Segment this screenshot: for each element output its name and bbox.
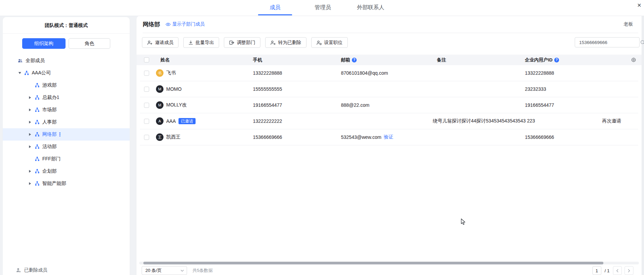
caret-right-icon[interactable] <box>29 108 32 111</box>
email-header-label: 邮箱 <box>341 57 350 63</box>
org-chart-icon <box>24 71 29 75</box>
tree-item[interactable]: 活动部 <box>3 141 130 153</box>
org-chart-icon <box>35 95 40 100</box>
tree-item[interactable]: 市场部 <box>3 104 130 116</box>
row-checkbox-cell <box>144 97 149 113</box>
tree-item-label: 企划部 <box>42 168 57 174</box>
page-number-box[interactable]: 1 <box>592 266 601 275</box>
member-name: 飞书 <box>166 70 176 76</box>
email-text: 8706101804@qq.com <box>341 70 388 76</box>
close-icon[interactable]: × <box>637 1 641 10</box>
sidebar-item-all-members[interactable]: 全部成员 <box>3 55 130 67</box>
move-to-deleted-button[interactable]: 转为已删除 <box>265 37 306 48</box>
search-input[interactable] <box>578 40 640 45</box>
email-cell: 888@22.com <box>341 97 369 113</box>
batch-export-button[interactable]: 批量导出 <box>183 37 219 48</box>
chevron-down-icon <box>181 270 184 272</box>
caret-right-icon[interactable] <box>29 96 32 99</box>
caret-right-icon[interactable] <box>29 170 32 173</box>
tree-item[interactable]: 游戏部 <box>3 79 130 91</box>
sidebar-item-deleted-members[interactable]: 已删除成员 <box>16 267 47 273</box>
department-tree: 全部成员 AAA公司游戏部总裁办1市场部人事部网络部⋮活动部FFF部门企划部智能… <box>3 55 130 190</box>
more-icon[interactable]: ⋮ <box>57 131 62 138</box>
row-checkbox[interactable] <box>144 103 149 108</box>
tree-item[interactable]: 人事部 <box>3 116 130 128</box>
row-checkbox-cell <box>144 81 149 97</box>
avatar: 书 <box>156 69 163 77</box>
column-settings-icon[interactable] <box>631 57 636 62</box>
set-position-button[interactable]: 设置职位 <box>311 37 348 48</box>
name-cell: 书飞书 <box>156 65 176 81</box>
tab-members-label: 成员 <box>270 4 281 11</box>
name-cell: AAAA已邀请 <box>156 113 196 129</box>
page-size-select[interactable]: 20 条/页 <box>142 266 187 275</box>
uid-cell: 23232333 <box>525 81 546 97</box>
tree-item[interactable]: 总裁办1 <box>3 91 130 104</box>
row-checkbox[interactable] <box>144 71 149 76</box>
phone-cell: 15555555555 <box>253 81 282 97</box>
page-scrollbar[interactable] <box>642 16 644 275</box>
tree-item[interactable]: 网络部⋮ <box>3 128 130 141</box>
org-chart-icon <box>35 107 40 112</box>
tree-item[interactable]: FFF部门 <box>3 153 130 165</box>
deleted-person-icon <box>16 268 21 273</box>
select-all-checkbox[interactable] <box>144 57 149 62</box>
tree-item[interactable]: AAA公司 <box>3 67 130 79</box>
tab-external-contacts[interactable]: 外部联系人 <box>354 0 388 15</box>
set-position-label: 设置职位 <box>324 40 343 46</box>
search-icon[interactable] <box>640 40 644 45</box>
box-arrow-icon <box>229 40 234 45</box>
row-checkbox-cell <box>144 129 149 145</box>
row-checkbox[interactable] <box>144 87 149 92</box>
help-icon[interactable]: ? <box>352 58 357 62</box>
column-header-email: 邮箱 ? <box>341 55 357 65</box>
caret-down-icon[interactable] <box>18 72 22 74</box>
tree-item-label: FFF部门 <box>42 156 61 162</box>
org-structure-label: 组织架构 <box>34 41 54 47</box>
phone-cell: 19166554477 <box>253 97 282 113</box>
roles-button[interactable]: 角色 <box>69 38 110 49</box>
horizontal-scrollbar-track <box>139 262 639 264</box>
org-chart-icon <box>35 132 40 137</box>
sidebar: 团队模式：普通模式 组织架构 角色 全部成员 AAA公司游戏部总裁办1市场部人事… <box>3 17 130 275</box>
avatar: M <box>156 85 163 93</box>
segmented-control: 组织架构 角色 <box>22 38 110 49</box>
tree-item[interactable]: 企划部 <box>3 165 130 177</box>
column-header-name: 姓名 <box>160 55 170 65</box>
next-page-button[interactable] <box>625 266 633 275</box>
show-subdepartment-members-toggle[interactable]: 显示子部门成员 <box>166 21 205 27</box>
previous-page-button[interactable] <box>613 266 622 275</box>
person-plus-icon <box>147 40 153 45</box>
download-icon <box>188 40 193 45</box>
horizontal-scrollbar-thumb[interactable] <box>143 262 603 264</box>
tab-admins-label: 管理员 <box>315 4 331 11</box>
caret-right-icon[interactable] <box>29 145 32 148</box>
caret-right-icon[interactable] <box>29 182 32 185</box>
caret-right-icon[interactable] <box>29 121 32 124</box>
org-structure-button[interactable]: 组织架构 <box>22 38 66 49</box>
row-checkbox[interactable] <box>144 135 149 140</box>
row-checkbox[interactable] <box>144 119 149 124</box>
invite-member-button[interactable]: 邀请成员 <box>142 37 178 48</box>
tree-item[interactable]: 智能产能部 <box>3 177 130 190</box>
verify-link[interactable]: 验证 <box>384 134 393 140</box>
caret-right-icon[interactable] <box>29 133 32 136</box>
search-box <box>575 37 640 47</box>
phone-cell: 15366669666 <box>253 129 282 145</box>
tab-admins[interactable]: 管理员 <box>311 0 334 15</box>
tree-item-label: 游戏部 <box>42 82 57 88</box>
tree-item-label: 智能产能部 <box>42 180 66 187</box>
tab-members[interactable]: 成员 <box>258 0 292 15</box>
table-row: MMOMO1555555555523232333 <box>140 81 638 97</box>
tree-item-label: 网络部 <box>42 131 57 138</box>
member-name: 凯西王 <box>166 134 181 140</box>
boss-label[interactable]: 老板 <box>624 21 633 27</box>
email-text: 532543@wew.com <box>341 134 382 140</box>
email-text: 888@22.com <box>341 102 369 108</box>
help-icon[interactable]: ? <box>554 58 559 62</box>
org-chart-icon <box>35 144 40 149</box>
org-chart-icon <box>35 169 40 174</box>
adjust-department-button[interactable]: 调整部门 <box>224 37 260 48</box>
re-invite-link[interactable]: 再次邀请 <box>602 113 621 129</box>
team-mode-title: 团队模式：普通模式 <box>3 17 130 29</box>
